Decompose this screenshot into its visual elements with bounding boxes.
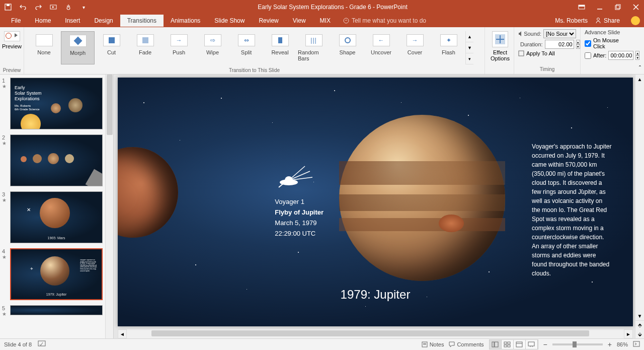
menu-insert[interactable]: Insert [58, 15, 87, 27]
transition-flash[interactable]: ✦ Flash [432, 31, 465, 64]
autosave-icon[interactable] [4, 3, 12, 11]
thumbnail-3[interactable]: 3★ ✕ 1965: Mars [2, 191, 111, 243]
duration-input[interactable] [545, 40, 574, 49]
undo-icon[interactable] [19, 3, 27, 11]
animation-star-icon: ★ [2, 254, 8, 260]
zoom-level[interactable]: 86% [617, 341, 628, 347]
vscroll-down-icon[interactable]: ▼ [635, 311, 644, 320]
share-button[interactable]: Share [595, 17, 620, 24]
thumbnail-scrollbar[interactable] [105, 75, 113, 338]
svg-point-8 [344, 18, 349, 23]
animation-star-icon: ★ [2, 197, 8, 203]
vscroll-up-icon[interactable]: ▲ [635, 75, 644, 84]
duration-up[interactable]: ▲ [576, 40, 580, 44]
transition-shape[interactable]: Shape [331, 31, 364, 64]
thumb-2-preview [10, 134, 103, 186]
slideshow-view-icon[interactable] [526, 340, 538, 349]
transitions-gallery: None Morph Cut Fade → Push ⇨ Wipe [26, 29, 482, 66]
horizontal-scrollbar[interactable]: ◄ ► [118, 329, 633, 338]
zoom-slider[interactable] [552, 343, 603, 345]
hscroll-handle[interactable] [151, 330, 589, 336]
preview-button[interactable]: Preview [2, 29, 22, 51]
svg-point-9 [597, 18, 599, 21]
redo-icon[interactable] [34, 3, 42, 11]
next-slide-icon[interactable]: ⬙ [635, 330, 644, 339]
effect-options-button[interactable]: Effect Options [487, 29, 513, 63]
close-icon[interactable] [632, 3, 640, 11]
random-bars-icon: ||| [305, 34, 323, 46]
menu-bar: File Home Insert Design Transitions Anim… [0, 14, 644, 27]
collapse-ribbon-icon[interactable]: ˆ [636, 27, 644, 74]
qat-customize-icon[interactable]: ▾ [79, 3, 88, 11]
preview-icon [4, 31, 20, 41]
hscroll-right-icon[interactable]: ► [624, 329, 633, 338]
svg-rect-31 [528, 342, 534, 346]
svg-rect-25 [504, 342, 507, 344]
menu-slideshow[interactable]: Slide Show [207, 15, 252, 27]
zoom-out-icon[interactable]: − [543, 340, 547, 348]
thumbnail-5[interactable]: 5★ [2, 305, 111, 317]
menu-view[interactable]: View [286, 15, 313, 27]
vertical-scrollbar[interactable]: ▲ ▼ ⬘ ⬙ [635, 75, 644, 338]
menu-file[interactable]: File [4, 15, 28, 27]
gallery-down-icon[interactable]: ▼ [466, 42, 473, 53]
feedback-icon[interactable] [631, 16, 640, 25]
thumbnail-panel[interactable]: 1★ Early Solar System Explorations Ms. R… [0, 75, 114, 338]
menu-design[interactable]: Design [87, 15, 120, 27]
zoom-in-icon[interactable]: + [608, 340, 612, 348]
transition-morph[interactable]: Morph [61, 31, 95, 64]
menu-mix[interactable]: MIX [313, 15, 338, 27]
transition-reveal[interactable]: Reveal [263, 31, 297, 64]
thumbnail-2[interactable]: 2★ [2, 134, 111, 186]
hscroll-left-icon[interactable]: ◄ [118, 329, 127, 338]
transition-uncover[interactable]: ← Uncover [364, 31, 398, 64]
slide-counter[interactable]: Slide 4 of 8 [4, 341, 32, 347]
sound-select[interactable]: [No Sound] [543, 29, 576, 38]
menu-home[interactable]: Home [28, 15, 58, 27]
thumbnail-4[interactable]: 4★ ✈ Voyager's approach to Jupiter occur… [2, 248, 111, 300]
menu-animations[interactable]: Animations [164, 15, 207, 27]
transition-push[interactable]: → Push [162, 31, 196, 64]
menu-review[interactable]: Review [252, 15, 285, 27]
transition-fade[interactable]: Fade [128, 31, 162, 64]
duration-down[interactable]: ▼ [576, 44, 580, 49]
start-from-beginning-icon[interactable] [49, 3, 57, 11]
after-checkbox[interactable] [585, 52, 591, 59]
reading-view-icon[interactable] [514, 340, 526, 349]
after-input[interactable] [608, 51, 633, 60]
slide-canvas[interactable]: Voyager 1 Flyby of Jupiter March 5, 1979… [118, 78, 633, 326]
ribbon: Preview Preview None Morph Cut Fade → [0, 27, 644, 75]
spell-check-icon[interactable] [38, 340, 46, 348]
transition-cover[interactable]: → Cover [398, 31, 432, 64]
normal-view-icon[interactable] [490, 340, 502, 349]
event-time: 22:29:00 UTC [275, 229, 324, 239]
gallery-more-icon[interactable]: ▾ [466, 53, 473, 64]
menu-transitions[interactable]: Transitions [120, 15, 164, 27]
user-name[interactable]: Ms. Roberts [555, 17, 588, 24]
touch-mode-icon[interactable] [64, 3, 72, 11]
thumbnail-scroll-handle[interactable] [107, 75, 113, 135]
transition-split[interactable]: ⇔ Split [229, 31, 263, 64]
view-buttons [489, 339, 538, 349]
effect-options-label: Effect Options [489, 49, 511, 61]
transition-none[interactable]: None [27, 31, 61, 64]
transition-wipe[interactable]: ⇨ Wipe [196, 31, 229, 64]
zoom-handle[interactable] [573, 341, 577, 347]
transition-cut[interactable]: Cut [95, 31, 128, 64]
mouse-click-checkbox[interactable] [585, 40, 591, 47]
animation-star-icon: ★ [2, 311, 8, 317]
group-preview-label: Preview [2, 66, 22, 73]
maximize-icon[interactable] [614, 3, 622, 11]
prev-slide-icon[interactable]: ⬘ [635, 321, 644, 330]
notes-button[interactable]: Notes [422, 341, 444, 347]
tell-me-search[interactable]: Tell me what you want to do [343, 17, 426, 24]
transition-random-bars[interactable]: ||| Random Bars [297, 31, 331, 64]
comments-button[interactable]: Comments [449, 341, 484, 347]
minimize-icon[interactable] [596, 3, 604, 11]
fit-to-window-icon[interactable] [633, 341, 640, 348]
gallery-up-icon[interactable]: ▲ [466, 31, 473, 42]
ribbon-display-icon[interactable] [578, 3, 586, 11]
thumbnail-1[interactable]: 1★ Early Solar System Explorations Ms. R… [2, 78, 111, 129]
apply-to-all-button[interactable]: Apply To All [518, 50, 576, 56]
sorter-view-icon[interactable] [502, 340, 514, 349]
